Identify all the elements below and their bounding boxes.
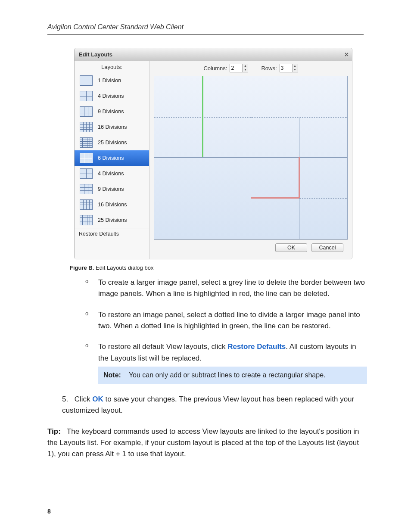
cancel-button[interactable]: Cancel: [311, 243, 343, 252]
grid-controls: Columns: ▲▼ Rows: ▲▼: [154, 64, 348, 74]
layout-item[interactable]: 4 Divisions: [75, 88, 149, 104]
layout-item-label: 25 Divisions: [98, 140, 127, 146]
layout-item-label: 25 Divisions: [98, 217, 127, 223]
rows-input[interactable]: [280, 65, 292, 71]
grid-line-highlight-red[interactable]: [299, 157, 300, 198]
layout-item[interactable]: 25 Divisions: [75, 212, 149, 228]
rows-spinner[interactable]: ▲▼: [280, 64, 298, 72]
layouts-pane: Layouts: 1 Division4 Divisions9 Division…: [75, 61, 149, 259]
spinner-down-icon[interactable]: ▼: [243, 68, 248, 72]
bullet-item: To restore an image panel, select a dott…: [83, 309, 367, 332]
step-number: 5.: [62, 394, 72, 405]
figure-caption-text: Edit Layouts dialog box: [94, 264, 153, 271]
layout-thumb-icon: [80, 137, 93, 148]
body-content: To create a larger image panel, select a…: [47, 277, 364, 460]
layout-grid[interactable]: [154, 76, 348, 240]
layout-item[interactable]: 9 Divisions: [75, 181, 149, 197]
bullet-item: To restore all default View layouts, cli…: [83, 341, 367, 384]
grid-line[interactable]: [251, 117, 251, 239]
spinner-down-icon[interactable]: ▼: [293, 68, 298, 72]
spinner-up-icon[interactable]: ▲: [243, 64, 248, 68]
tip-text: The keyboard commands used to access Vie…: [47, 427, 359, 458]
layout-item[interactable]: 6 Divisions: [75, 150, 149, 166]
columns-label: Columns:: [203, 65, 227, 72]
layout-item[interactable]: 1 Division: [75, 73, 149, 88]
edit-layouts-figure: Edit Layouts × Layouts: 1 Division4 Divi…: [74, 48, 352, 259]
note-box: Note:You can only add or subtract lines …: [98, 367, 367, 384]
page-number: 8: [47, 508, 51, 515]
columns-spinner[interactable]: ▲▼: [230, 64, 248, 72]
bullet-text: To restore all default View layouts, cli…: [98, 342, 227, 351]
layout-thumb-icon: [80, 91, 93, 101]
grid-line-highlight-green[interactable]: [202, 76, 203, 157]
layout-item-label: 16 Divisions: [98, 124, 127, 130]
running-head: Avigilon Control Center Standard Web Cli…: [47, 23, 364, 35]
tip-paragraph: Tip:The keyboard commands used to access…: [47, 426, 364, 460]
layout-thumb-icon: [80, 106, 93, 117]
layout-item-label: 9 Divisions: [98, 186, 124, 192]
step-5: 5. Click OK to save your changes. The pr…: [62, 394, 371, 417]
grid-dotted-line[interactable]: [251, 117, 347, 118]
tip-label: Tip:: [47, 427, 61, 436]
layout-item-label: 1 Division: [98, 78, 121, 84]
rows-label: Rows:: [261, 65, 277, 72]
figure-caption: Figure B. Edit Layouts dialog box: [70, 264, 364, 271]
spinner-up-icon[interactable]: ▲: [293, 64, 298, 68]
grid-dotted-line[interactable]: [299, 198, 347, 199]
layout-item-label: 6 Divisions: [98, 155, 124, 161]
layout-item[interactable]: 25 Divisions: [75, 135, 149, 150]
layout-thumb-icon: [80, 75, 93, 86]
step-text: Click: [75, 395, 93, 403]
grid-line-highlight-red[interactable]: [251, 197, 299, 199]
layout-item[interactable]: 4 Divisions: [75, 166, 149, 181]
note-text: You can only add or subtract lines to cr…: [129, 371, 326, 379]
close-icon[interactable]: ×: [345, 48, 349, 61]
page-footer: 8: [47, 506, 364, 515]
layouts-list: 1 Division4 Divisions9 Divisions16 Divis…: [75, 73, 149, 228]
layout-thumb-icon: [80, 215, 93, 225]
ok-button[interactable]: OK: [275, 243, 307, 252]
layout-item-label: 16 Divisions: [98, 202, 127, 208]
edit-layouts-dialog: Edit Layouts × Layouts: 1 Division4 Divi…: [74, 48, 352, 259]
columns-input[interactable]: [230, 65, 242, 71]
layout-thumb-icon: [80, 122, 93, 132]
bullet-item: To create a larger image panel, select a…: [83, 277, 367, 300]
restore-defaults-button[interactable]: Restore Defaults: [75, 228, 149, 240]
note-label: Note:: [103, 371, 121, 379]
layout-item[interactable]: 16 Divisions: [75, 197, 149, 212]
dialog-titlebar: Edit Layouts ×: [75, 48, 352, 61]
layouts-label: Layouts:: [75, 61, 149, 73]
layout-thumb-icon: [80, 199, 93, 210]
restore-defaults-link: Restore Defaults: [227, 342, 286, 351]
layout-item-label: 9 Divisions: [98, 109, 124, 115]
layout-thumb-icon: [80, 184, 93, 194]
layout-editor-pane: Columns: ▲▼ Rows: ▲▼: [149, 61, 352, 259]
layout-thumb-icon: [80, 153, 93, 163]
ok-link: OK: [92, 395, 103, 403]
dialog-button-bar: OK Cancel: [154, 240, 348, 255]
layout-item-label: 4 Divisions: [98, 171, 124, 177]
dialog-title: Edit Layouts: [79, 51, 112, 58]
layout-item[interactable]: 16 Divisions: [75, 119, 149, 135]
layout-thumb-icon: [80, 168, 93, 179]
figure-caption-label: Figure B.: [70, 264, 94, 271]
layout-item-label: 4 Divisions: [98, 93, 124, 99]
bullet-list: To create a larger image panel, select a…: [83, 277, 367, 384]
layout-item[interactable]: 9 Divisions: [75, 104, 149, 119]
step-text: to save your changes. The previous View …: [62, 395, 354, 414]
